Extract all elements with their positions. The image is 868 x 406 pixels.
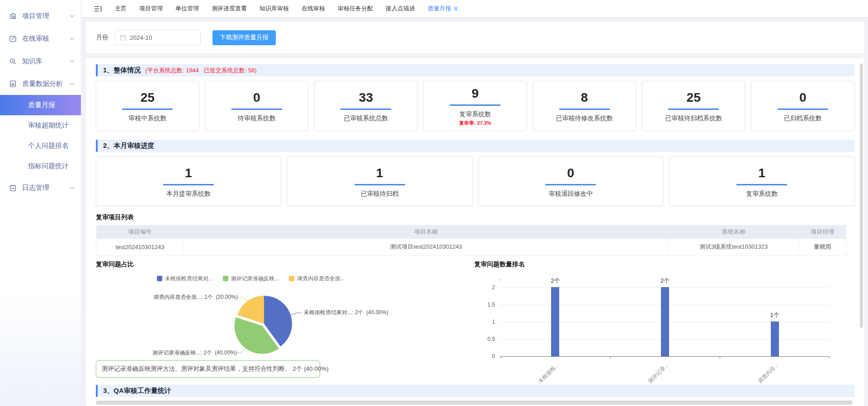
col-system-name: 系统名称 xyxy=(668,225,799,239)
table-row[interactable]: test202410301243 测试项目test202410301243 测试… xyxy=(96,239,846,255)
tab-close-icon[interactable]: X xyxy=(454,5,458,12)
sidebar-item-quality-monthly-report[interactable]: 质量月报 xyxy=(0,95,81,115)
sidebar-item-personal-issue-ranking[interactable]: 个人问题排名 xyxy=(0,136,81,156)
download-report-button[interactable]: 下载测评质量月报 xyxy=(212,30,276,45)
pie-label-not-based: 未根据检查结果对...: 2个 (40.00%) xyxy=(304,309,388,316)
stat-value: 0 xyxy=(799,91,807,105)
y-tick-label: 1 xyxy=(492,319,495,325)
sidebar-item-quality-data-analysis[interactable]: 质量数据分析 xyxy=(0,72,81,95)
sidebar-item-project-management[interactable]: 项目管理 xyxy=(0,5,81,27)
sidebar-item-label: 在线审核 xyxy=(22,34,71,43)
chevron-down-icon xyxy=(70,185,75,189)
charts-row: 复审问题占比 未根据检查结果对... 测评记录准确反映... 调查内容是否 xyxy=(96,260,854,385)
stat-label: 审核中系统数 xyxy=(128,114,166,123)
nav-tab-project-management[interactable]: 项目管理 xyxy=(139,5,163,13)
sidebar-item-log-management[interactable]: 日志管理 xyxy=(0,176,81,199)
stat-card-monthly-re-review: 1 复审系统数 xyxy=(669,156,854,206)
pie-plot-area: 调查内容是否全面...: 1个 (20.00%) 未根据检查结果对...: 2个… xyxy=(96,285,470,381)
vertical-scrollbar[interactable] xyxy=(860,63,863,328)
log-calendar-icon xyxy=(9,184,17,192)
col-project-id: 项目编号 xyxy=(96,225,184,239)
stat-value: 1 xyxy=(185,166,192,180)
stat-value: 1 xyxy=(758,166,765,180)
sidebar-item-online-review[interactable]: 在线审核 xyxy=(0,27,81,50)
sidebar-item-review-overdue-stats[interactable]: 审核超期统计 xyxy=(0,115,81,136)
edit-icon xyxy=(9,35,17,42)
nav-tab-quality-monthly-report[interactable]: 质量月报 X xyxy=(428,5,458,13)
sidebar-item-knowledge-base[interactable]: 知识库 xyxy=(0,50,81,72)
sidebar-item-label: 项目管理 xyxy=(22,12,71,20)
stat-label: 审核退回修改中 xyxy=(548,190,593,198)
legend-item[interactable]: 测评记录准确反映... xyxy=(223,275,279,283)
y-axis-arrow-icon: ↑ xyxy=(499,277,502,283)
month-value: 2024-10 xyxy=(130,34,152,41)
sidebar-item-label: 质量数据分析 xyxy=(22,80,71,88)
sidebar-subitem-label: 指标问题统计 xyxy=(28,162,69,170)
stat-label: 已审核待修改系统数 xyxy=(556,114,613,123)
bar-column-2: 1个 xyxy=(720,288,830,356)
x-category-label: 未根据检... xyxy=(537,361,561,385)
month-picker-input[interactable]: 2024-10 xyxy=(115,30,201,45)
stat-card-reviewed-to-archive: 25 已审核待归档系统数 xyxy=(642,81,745,131)
nav-tab-unit-management[interactable]: 单位管理 xyxy=(175,5,199,13)
y-tick-label: 0 xyxy=(492,353,495,359)
stat-value: 25 xyxy=(687,91,701,105)
stat-value: 1 xyxy=(376,166,383,180)
stat-card-reviewed-total: 33 已审核系统总数 xyxy=(314,81,418,131)
bar-chart-issue-ranking: 复审问题数量排名 ↑ 2 1.5 1 0.5 0 xyxy=(470,260,854,385)
sidebar-item-indicator-issue-stats[interactable]: 指标问题统计 xyxy=(0,156,81,176)
y-tick-label: 0.5 xyxy=(487,336,495,342)
stat-label: 已审核待归档 xyxy=(361,190,399,198)
nav-tab-knowledge-review[interactable]: 知识库审核 xyxy=(259,5,289,13)
legend-label: 未根据检查结果对... xyxy=(165,275,213,283)
pie-slices xyxy=(234,296,292,354)
bar-value-label: 1个 xyxy=(770,311,779,319)
horizontal-scrollbar[interactable] xyxy=(96,401,853,405)
stat-label: 已归档系统数 xyxy=(784,114,822,123)
section-subtitle: (平台系统总数: 1944 已提交系统总数: 58) xyxy=(145,66,256,75)
stat-card-archived: 0 已归档系统数 xyxy=(751,81,854,131)
bar-chart-title: 复审问题数量排名 xyxy=(474,260,854,269)
legend-swatch xyxy=(223,276,228,281)
review-table-title: 复审项目列表 xyxy=(96,213,854,222)
stat-label: 复审系统数 xyxy=(746,190,778,198)
sidebar-item-label: 日志管理 xyxy=(22,184,71,192)
bar-plot-area: ↑ 2 1.5 1 0.5 0 2个 xyxy=(500,288,830,357)
bar-rect[interactable] xyxy=(551,287,559,356)
stat-value: 33 xyxy=(359,91,373,105)
stat-divider xyxy=(778,109,828,110)
section-header-qa-workload: 3、QA审核工作量统计 xyxy=(96,385,854,397)
pie-svg[interactable] xyxy=(230,290,298,358)
nav-tab-progress-view[interactable]: 测评进度查看 xyxy=(212,5,247,13)
bar-value-label: 2个 xyxy=(551,277,560,285)
section-header-monthly-progress: 2、本月审核进度 xyxy=(96,140,854,152)
stat-divider xyxy=(354,184,405,185)
col-project-name: 项目名称 xyxy=(184,225,669,239)
nav-tab-online-review[interactable]: 在线审核 xyxy=(302,5,325,13)
nav-tab-review-task-assign[interactable]: 审核任务分配 xyxy=(338,5,373,13)
stats-row-monthly: 1 本月提审系统数 1 已审核待归档 0 审核退回修改中 1 复 xyxy=(96,156,854,206)
bar-rect[interactable] xyxy=(661,287,669,356)
data-analysis-icon xyxy=(9,80,17,88)
stat-card-reviewing: 25 审核中系统数 xyxy=(96,81,199,131)
chevron-down-icon xyxy=(70,58,75,63)
stat-card-pending-review: 0 待审核系统数 xyxy=(205,81,309,131)
stat-label: 本月提审系统数 xyxy=(166,190,211,198)
table-header-row: 项目编号 项目名称 系统名称 项目经理 xyxy=(96,225,846,239)
pie-chart-issue-share: 复审问题占比 未根据检查结果对... 测评记录准确反映... 调查内容是否 xyxy=(96,260,470,385)
legend-label: 测评记录准确反映... xyxy=(231,275,279,283)
collapse-menu-icon[interactable] xyxy=(94,5,102,12)
pie-connector-blue xyxy=(291,313,301,315)
sidebar-subitem-label: 审核超期统计 xyxy=(28,121,69,130)
nav-tab-access-point[interactable]: 接入点描述 xyxy=(386,5,415,13)
stat-card-re-review: 9 复审系统数 复审率: 27.3% xyxy=(424,81,527,131)
x-category-label: 调查内容... xyxy=(756,361,780,385)
nav-tab-home[interactable]: 主页 xyxy=(115,5,127,13)
x-category-label: 测评记录... xyxy=(646,361,670,385)
section-header-overall: 1、整体情况 (平台系统总数: 1944 已提交系统总数: 58) xyxy=(96,64,854,76)
legend-item[interactable]: 调查内容是否全面... xyxy=(289,275,345,283)
legend-item[interactable]: 未根据检查结果对... xyxy=(157,275,213,283)
bar-value-label: 2个 xyxy=(660,277,670,285)
bar-rect[interactable] xyxy=(771,321,779,356)
y-tick-label: 2 xyxy=(492,284,495,291)
